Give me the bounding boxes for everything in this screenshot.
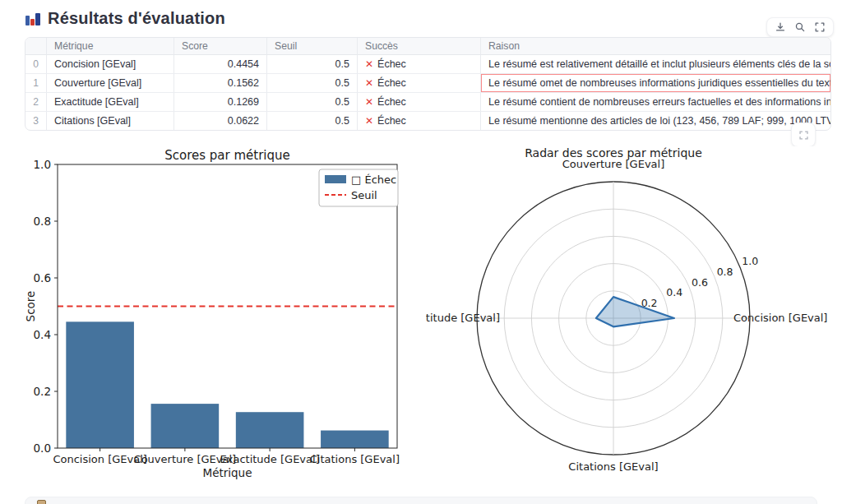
clipboard-icon — [37, 500, 46, 504]
svg-text:□ Échec: □ Échec — [351, 173, 396, 186]
success-label: Échec — [377, 96, 406, 108]
success-label: Échec — [377, 58, 406, 70]
header-index[interactable] — [25, 38, 47, 55]
download-icon[interactable] — [771, 19, 789, 35]
fail-x-icon: ✕ — [365, 58, 373, 70]
row-index-cell[interactable]: 0 — [25, 55, 47, 74]
svg-text:0.8: 0.8 — [717, 266, 733, 278]
svg-text:Couverture [GEval]: Couverture [GEval] — [562, 158, 665, 170]
threshold-cell[interactable]: 0.5 — [267, 112, 358, 131]
header-reason[interactable]: Raison — [481, 38, 830, 55]
svg-text:Seuil: Seuil — [351, 189, 377, 201]
svg-text:Concision [GEval]: Concision [GEval] — [733, 312, 827, 324]
threshold-cell[interactable]: 0.5 — [267, 93, 358, 112]
svg-text:Citations [GEval]: Citations [GEval] — [310, 453, 400, 465]
svg-text:Exactitude [GEval]: Exactitude [GEval] — [220, 453, 320, 465]
success-label: Échec — [377, 115, 406, 127]
table-row: 0Concision [GEval]0.44540.5✕ÉchecLe résu… — [25, 55, 830, 74]
success-cell[interactable]: ✕Échec — [358, 55, 481, 74]
threshold-cell[interactable]: 0.5 — [267, 55, 358, 74]
svg-text:0.6: 0.6 — [34, 271, 51, 284]
success-cell[interactable]: ✕Échec — [358, 93, 481, 112]
header-threshold[interactable]: Seuil — [267, 38, 358, 55]
metric-cell[interactable]: Couverture [GEval] — [47, 74, 174, 93]
table-row: 2Exactitude [GEval]0.12690.5✕ÉchecLe rés… — [25, 93, 830, 112]
header-metric[interactable]: Métrique — [47, 38, 174, 55]
svg-text:0.2: 0.2 — [34, 385, 51, 398]
fail-x-icon: ✕ — [365, 96, 373, 108]
success-label: Échec — [377, 77, 406, 89]
metric-cell[interactable]: Concision [GEval] — [47, 55, 174, 74]
score-cell[interactable]: 0.1269 — [174, 93, 267, 112]
metric-cell[interactable]: Citations [GEval] — [47, 112, 174, 131]
table-fullscreen-button[interactable] — [791, 123, 816, 147]
svg-text:1.0: 1.0 — [34, 158, 51, 171]
header-success[interactable]: Succès — [358, 38, 481, 55]
radar-chart-svg: Radar des scores par métrique0.20.40.60.… — [426, 146, 840, 487]
row-index-cell[interactable]: 2 — [25, 93, 47, 112]
bar-chart-figure: Scores par métriqueMétriqueScore0.00.20.… — [25, 148, 428, 487]
fail-x-icon: ✕ — [365, 115, 373, 127]
svg-text:0.8: 0.8 — [34, 215, 51, 228]
metric-cell[interactable]: Exactitude [GEval] — [47, 93, 174, 112]
reason-cell[interactable]: Le résumé omet de nombreuses information… — [481, 74, 830, 93]
svg-text:1.0: 1.0 — [742, 255, 758, 267]
fullscreen-icon[interactable] — [811, 19, 829, 35]
success-cell[interactable]: ✕Échec — [358, 112, 481, 131]
bar-chart-svg: Scores par métriqueMétriqueScore0.00.20.… — [25, 148, 428, 487]
svg-text:Score: Score — [25, 291, 37, 322]
svg-text:Citations [GEval]: Citations [GEval] — [568, 460, 658, 473]
reason-cell[interactable]: Le résumé contient de nombreuses erreurs… — [481, 93, 830, 112]
score-cell[interactable]: 0.1562 — [174, 74, 267, 93]
row-index-cell[interactable]: 3 — [25, 112, 47, 131]
svg-text:0.4: 0.4 — [666, 286, 682, 298]
search-icon[interactable] — [791, 19, 809, 35]
score-cell[interactable]: 0.4454 — [174, 55, 267, 74]
results-dataframe: Métrique Score Seuil Succès Raison 0Conc… — [25, 37, 831, 131]
table-body: 0Concision [GEval]0.44540.5✕ÉchecLe résu… — [25, 55, 830, 131]
svg-text:0.0: 0.0 — [34, 442, 51, 455]
expander-header[interactable] — [25, 497, 817, 504]
svg-text:0.4: 0.4 — [34, 328, 51, 341]
threshold-cell[interactable]: 0.5 — [267, 74, 358, 93]
header-score[interactable]: Score — [174, 38, 267, 55]
dataframe-toolbar — [766, 17, 834, 37]
table-row: 1Couverture [GEval]0.15620.5✕ÉchecLe rés… — [25, 74, 830, 93]
table-header-row: Métrique Score Seuil Succès Raison — [25, 38, 830, 55]
page-title: Résultats d'évaluation — [48, 9, 225, 28]
reason-cell[interactable]: Le résumé est relativement détaillé et i… — [481, 55, 830, 74]
svg-text:Métrique: Métrique — [203, 466, 252, 479]
bar-chart-emoji-icon — [25, 11, 41, 27]
score-cell[interactable]: 0.0622 — [174, 112, 267, 131]
fail-x-icon: ✕ — [365, 77, 373, 89]
page-header: Résultats d'évaluation — [25, 9, 225, 28]
reason-cell[interactable]: Le résumé mentionne des articles de loi … — [481, 112, 830, 131]
radar-chart-figure: Radar des scores par métrique0.20.40.60.… — [426, 146, 840, 487]
svg-text:Scores par métrique: Scores par métrique — [164, 148, 290, 163]
table-row: 3Citations [GEval]0.06220.5✕ÉchecLe résu… — [25, 112, 830, 131]
success-cell[interactable]: ✕Échec — [358, 74, 481, 93]
svg-text:0.6: 0.6 — [692, 276, 708, 289]
svg-text:Exactitude [GEval]: Exactitude [GEval] — [426, 312, 500, 324]
row-index-cell[interactable]: 1 — [25, 74, 47, 93]
